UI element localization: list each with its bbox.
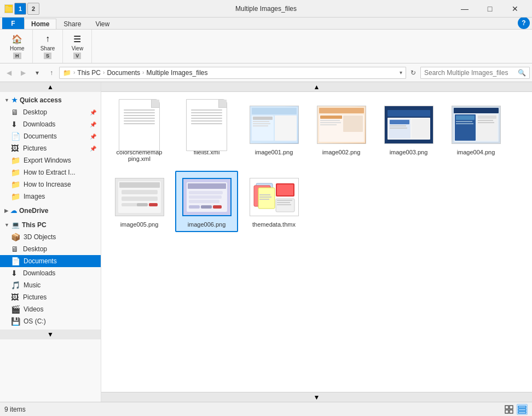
file-thumbnail-image003 <box>384 103 433 147</box>
file-item-colorscheme[interactable]: colorschememapping.xml <box>108 99 171 166</box>
tab-home[interactable]: Home <box>24 19 56 29</box>
back-button[interactable]: ◀ <box>2 66 15 79</box>
path-this-pc[interactable]: This PC <box>77 69 101 77</box>
svg-rect-65 <box>277 202 290 203</box>
view-grid-icon <box>505 405 513 414</box>
view-ribbon-btn[interactable]: ☰ View V <box>67 32 87 60</box>
svg-rect-25 <box>390 128 407 129</box>
sidebar-item-how-to-increase[interactable]: 📁 How to Increase <box>0 178 101 190</box>
file-item-image001[interactable]: image001.png <box>242 99 305 166</box>
forward-button[interactable]: ▶ <box>16 66 30 79</box>
path-folder[interactable]: Multiple Images_files <box>146 69 207 77</box>
image006-preview <box>184 180 229 214</box>
view-icon: ☰ <box>71 33 84 44</box>
file-scroll-up[interactable]: ▲ <box>101 82 532 92</box>
sidebar-item-os-c[interactable]: 💾 OS (C:) <box>0 315 101 327</box>
sidebar-section-quick-access: ▼ ★ Quick access 🖥 Desktop 📌 ⬇ Downloads… <box>0 94 101 203</box>
file-item-image005[interactable]: image005.png <box>108 171 171 232</box>
address-path[interactable]: 📁 › This PC › Documents › Multiple Image… <box>59 67 406 79</box>
sidebar-item-downloads[interactable]: ⬇ Downloads 📌 <box>0 118 101 130</box>
svg-rect-33 <box>456 123 473 124</box>
file-button[interactable]: F <box>2 18 24 29</box>
pictures-pc-icon: 🖼 <box>11 293 20 302</box>
sidebar-pictures-pc-label: Pictures <box>23 293 47 301</box>
line5 <box>191 120 222 122</box>
search-input[interactable] <box>424 69 516 77</box>
sidebar-item-export-windows[interactable]: 📁 Export Windows <box>0 154 101 166</box>
tab-2-btn[interactable]: 2 <box>27 3 39 15</box>
tab-1-btn[interactable]: 1 <box>14 3 26 15</box>
file-grid: colorschememapping.xml <box>106 96 528 234</box>
search-box[interactable]: 🔍 <box>420 67 530 79</box>
share-ribbon-btn[interactable]: ↑ Share S <box>37 32 59 60</box>
view-grid-button[interactable] <box>504 404 514 415</box>
sidebar-item-documents-pc[interactable]: 📄 Documents <box>0 255 101 267</box>
desktop-pc-icon: 🖥 <box>11 245 20 253</box>
tab-view[interactable]: View <box>88 19 117 29</box>
image001-thumb <box>250 106 299 144</box>
sidebar-item-desktop-pc[interactable]: 🖥 Desktop <box>0 243 101 255</box>
minimize-button[interactable]: — <box>452 0 477 18</box>
address-bar: ◀ ▶ ▾ ↑ 📁 › This PC › Documents › Multip… <box>0 63 532 82</box>
view-list-button[interactable] <box>517 404 528 415</box>
svg-rect-11 <box>319 108 364 113</box>
sidebar-os-c-label: OS (C:) <box>24 317 46 325</box>
close-button[interactable]: ✕ <box>502 0 528 18</box>
svg-rect-67 <box>505 406 508 409</box>
xml-lines-colorscheme <box>119 100 159 129</box>
tab-share[interactable]: Share <box>56 19 88 29</box>
file-icon: F <box>11 20 15 27</box>
status-view-controls <box>504 404 528 415</box>
home-icon: 🏠 <box>10 33 24 44</box>
this-pc-header[interactable]: ▼ 💻 This PC <box>0 219 101 231</box>
sidebar-item-documents[interactable]: 📄 Documents 📌 <box>0 130 101 142</box>
svg-rect-47 <box>188 183 226 189</box>
file-item-filelist[interactable]: filelist.xml <box>175 99 238 166</box>
onedrive-header[interactable]: ▶ ☁ OneDrive <box>0 205 101 217</box>
search-icon[interactable]: 🔍 <box>518 69 526 77</box>
maximize-button[interactable]: □ <box>477 0 502 18</box>
file-scroll-down[interactable]: ▼ <box>101 392 532 402</box>
file-item-themedata[interactable]: themedata.thmx <box>242 171 305 232</box>
svg-rect-9 <box>253 125 268 126</box>
file-item-image004[interactable]: image004.png <box>444 99 507 166</box>
dropdown-button[interactable]: ▾ <box>31 66 44 79</box>
sidebar-item-pictures[interactable]: 🖼 Pictures 📌 <box>0 142 101 154</box>
file-item-image006[interactable]: image006.png <box>175 171 238 232</box>
svg-rect-17 <box>343 115 363 132</box>
how-to-extract-icon: 📁 <box>11 168 20 177</box>
file-name-themedata: themedata.thmx <box>252 221 296 228</box>
home-ribbon-btn[interactable]: 🏠 Home H <box>7 32 28 60</box>
sidebar-item-pictures-pc[interactable]: 🖼 Pictures <box>0 291 101 303</box>
up-button[interactable]: ↑ <box>45 66 58 79</box>
path-dropdown-arrow[interactable]: ▾ <box>400 70 402 76</box>
sidebar-scroll-down[interactable]: ▼ <box>0 330 101 339</box>
sidebar-item-desktop[interactable]: 🖥 Desktop 📌 <box>0 106 101 118</box>
sidebar-item-images[interactable]: 📁 Images <box>0 190 101 203</box>
sidebar-item-3d-objects[interactable]: 📦 3D Objects <box>0 231 101 243</box>
file-item-image002[interactable]: image002.png <box>310 99 373 166</box>
sidebar-item-how-to-extract[interactable]: 📁 How to Extract I... <box>0 166 101 178</box>
export-windows-icon: 📁 <box>11 156 20 165</box>
refresh-button[interactable]: ↻ <box>407 67 419 79</box>
sidebar-item-videos[interactable]: 🎬 Videos <box>0 303 101 315</box>
svg-rect-71 <box>518 406 526 408</box>
svg-rect-50 <box>189 200 219 203</box>
file-thumbnail-filelist <box>182 103 232 147</box>
file-name-image003: image003.png <box>390 149 428 155</box>
path-documents[interactable]: Documents <box>107 69 140 77</box>
help-button[interactable]: ? <box>518 17 530 29</box>
quick-access-header[interactable]: ▼ ★ Quick access <box>0 94 101 106</box>
videos-icon: 🎬 <box>11 305 20 314</box>
svg-rect-60 <box>259 194 270 195</box>
sidebar-item-downloads-pc[interactable]: ⬇ Downloads <box>0 267 101 279</box>
path-sep-1: › <box>103 70 105 76</box>
file-item-image003[interactable]: image003.png <box>377 99 440 166</box>
file-name-image006: image006.png <box>188 221 226 228</box>
sidebar-item-music[interactable]: 🎵 Music <box>0 279 101 291</box>
sidebar-downloads-label: Downloads <box>23 120 55 128</box>
sidebar-scroll-up[interactable]: ▲ <box>0 82 101 92</box>
svg-rect-28 <box>454 108 499 113</box>
svg-rect-41 <box>122 197 158 201</box>
sidebar-videos-label: Videos <box>24 305 43 313</box>
